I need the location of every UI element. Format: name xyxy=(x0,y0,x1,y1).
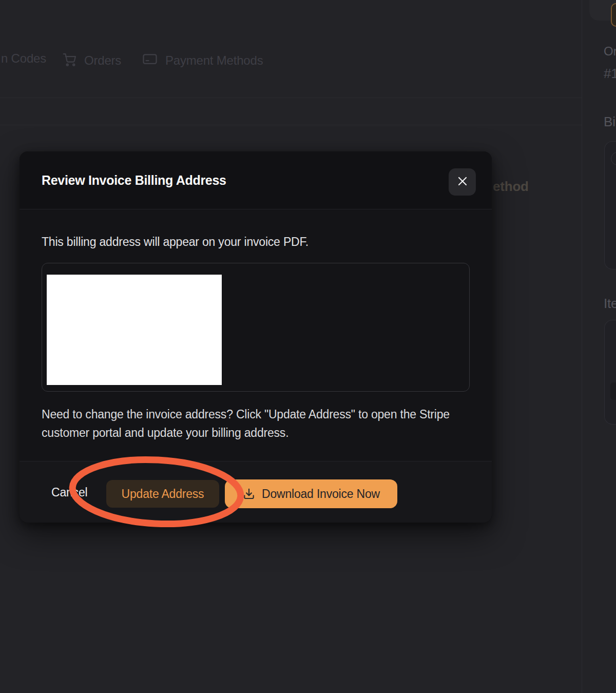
tab-orders[interactable]: Orders xyxy=(62,51,121,70)
close-button[interactable] xyxy=(449,168,476,196)
download-invoice-now-button[interactable]: Download Invoice Now xyxy=(225,479,397,508)
tab-payment-methods[interactable]: Payment Methods xyxy=(142,51,263,70)
background-heading-fragment: ethod xyxy=(493,179,529,195)
right-panel-billing-label: Bil xyxy=(604,114,616,130)
credit-card-icon xyxy=(142,51,158,70)
help-text: Need to change the invoice address? Clic… xyxy=(42,405,473,442)
right-panel-order-label: Or xyxy=(604,44,616,59)
cart-icon xyxy=(62,51,77,70)
update-address-button[interactable]: Update Address xyxy=(106,480,219,508)
tab-codes[interactable]: n Codes xyxy=(1,51,46,66)
right-panel-divider xyxy=(582,0,582,693)
dialog-footer: Cancel Update Address Download Invoice N… xyxy=(20,461,492,523)
dialog-header: Review Invoice Billing Address xyxy=(20,151,492,209)
cancel-button[interactable]: Cancel xyxy=(50,478,88,506)
right-panel-items-card xyxy=(604,320,616,425)
right-panel-order-number: #1 xyxy=(604,66,616,82)
tab-payment-methods-label: Payment Methods xyxy=(165,53,263,68)
right-panel-item-row xyxy=(610,382,616,400)
dialog-title: Review Invoice Billing Address xyxy=(42,173,226,188)
intro-text: This billing address will appear on your… xyxy=(42,235,309,249)
right-panel-items-label: Ite xyxy=(604,296,616,312)
page-divider-top xyxy=(0,98,582,98)
billing-address-preview-box xyxy=(42,263,470,392)
app-root: n Codes Orders Payment Methods ethod Or … xyxy=(0,0,616,693)
download-icon xyxy=(242,487,256,500)
top-right-button-sliver[interactable] xyxy=(611,3,616,27)
tab-codes-label: n Codes xyxy=(1,51,46,66)
download-invoice-now-label: Download Invoice Now xyxy=(262,487,380,501)
review-invoice-billing-address-dialog: Review Invoice Billing Address This bill… xyxy=(20,151,492,523)
tab-orders-label: Orders xyxy=(84,53,121,68)
close-icon xyxy=(456,175,469,189)
page-divider-subheader xyxy=(0,125,582,125)
redacted-address-block xyxy=(47,275,222,385)
